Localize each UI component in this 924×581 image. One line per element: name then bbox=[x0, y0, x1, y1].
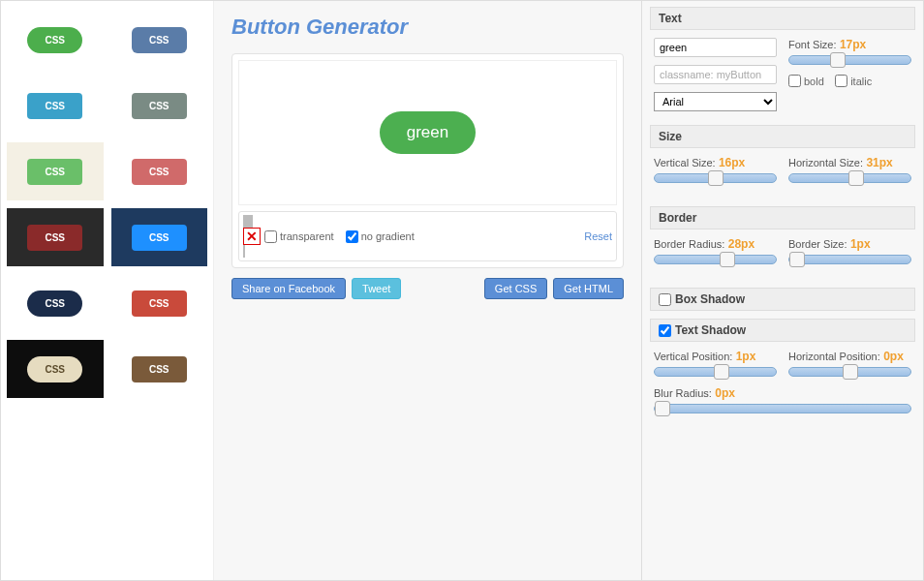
transparent-checkbox[interactable]: transparent bbox=[264, 230, 334, 243]
get-html-button[interactable]: Get HTML bbox=[553, 278, 624, 299]
color-swatch[interactable] bbox=[251, 215, 253, 229]
preset-tile[interactable]: CSS bbox=[7, 274, 104, 332]
center-panel: Button Generator green ✕ transparent no … bbox=[214, 1, 642, 580]
preset-sample-button: CSS bbox=[27, 159, 82, 185]
preset-tile[interactable]: CSS bbox=[7, 11, 104, 69]
no-gradient-label: no gradient bbox=[361, 230, 415, 242]
preset-sample-button: CSS bbox=[27, 290, 82, 317]
ts-horizontal-slider[interactable] bbox=[788, 367, 911, 377]
border-size-label: Border Size: bbox=[788, 238, 847, 250]
font-size-label: Font Size: bbox=[788, 39, 837, 50]
section-box-shadow-header[interactable]: Box Shadow bbox=[650, 288, 915, 311]
preset-sample-button: CSS bbox=[27, 27, 82, 53]
preset-sample-button: CSS bbox=[27, 356, 82, 382]
transparent-label: transparent bbox=[280, 230, 334, 242]
preset-tile[interactable]: CSS bbox=[111, 274, 208, 332]
preset-tile[interactable]: CSS bbox=[111, 11, 208, 69]
border-radius-label: Border Radius: bbox=[654, 238, 724, 250]
border-size-value: 1px bbox=[850, 237, 871, 251]
italic-checkbox[interactable]: italic bbox=[835, 75, 872, 87]
page-title: Button Generator bbox=[231, 15, 624, 40]
border-radius-slider[interactable] bbox=[654, 255, 777, 264]
font-size-value: 17px bbox=[840, 38, 866, 51]
ts-blur-slider[interactable] bbox=[654, 404, 911, 413]
box-shadow-checkbox[interactable] bbox=[659, 293, 671, 306]
preview-box: green ✕ transparent no gradient Reset bbox=[231, 53, 624, 268]
horizontal-size-slider[interactable] bbox=[788, 173, 911, 183]
preset-sample-button: CSS bbox=[27, 93, 82, 119]
app-root: CSSCSSCSSCSSCSSCSSCSSCSSCSSCSSCSSCSS But… bbox=[0, 0, 924, 581]
preset-tile[interactable]: CSS bbox=[111, 76, 208, 135]
preset-sample-button: CSS bbox=[132, 290, 187, 317]
preset-sample-button: CSS bbox=[132, 356, 187, 382]
font-size-slider[interactable] bbox=[788, 55, 911, 65]
preset-tile[interactable]: CSS bbox=[111, 142, 208, 200]
preset-sample-button: CSS bbox=[132, 225, 187, 251]
ts-horizontal-label: Horizontal Position: bbox=[788, 351, 880, 362]
section-text-shadow-header[interactable]: Text Shadow bbox=[650, 319, 915, 342]
get-css-button[interactable]: Get CSS bbox=[484, 278, 547, 299]
share-facebook-button[interactable]: Share on Facebook bbox=[231, 278, 346, 299]
tweet-button[interactable]: Tweet bbox=[352, 278, 401, 299]
ts-horizontal-value: 0px bbox=[883, 350, 904, 363]
horizontal-size-label: Horizontal Size: bbox=[788, 157, 863, 168]
ts-vertical-slider[interactable] bbox=[654, 367, 777, 377]
color-swatch[interactable] bbox=[243, 244, 245, 258]
vertical-size-label: Vertical Size: bbox=[654, 157, 716, 168]
classname-input[interactable] bbox=[654, 65, 777, 84]
preset-tile[interactable]: CSS bbox=[7, 208, 104, 266]
preset-tile[interactable]: CSS bbox=[111, 340, 208, 398]
section-border-header: Border bbox=[650, 206, 915, 229]
bold-checkbox[interactable]: bold bbox=[788, 75, 824, 87]
preset-sample-button: CSS bbox=[27, 225, 82, 251]
font-family-select[interactable]: Arial bbox=[654, 92, 777, 111]
preset-tile[interactable]: CSS bbox=[7, 142, 104, 200]
settings-panel: Text Arial Font Size: 17px bold italic bbox=[642, 1, 923, 580]
ts-vertical-label: Vertical Position: bbox=[654, 351, 732, 362]
reset-link[interactable]: Reset bbox=[584, 230, 612, 242]
section-text-header: Text bbox=[650, 7, 915, 30]
text-shadow-checkbox[interactable] bbox=[659, 324, 671, 337]
horizontal-size-value: 31px bbox=[866, 156, 892, 169]
button-text-input[interactable] bbox=[654, 38, 777, 57]
swatch-none-icon[interactable]: ✕ bbox=[243, 228, 261, 245]
preview-button[interactable]: green bbox=[380, 111, 476, 154]
preset-sidebar: CSSCSSCSSCSSCSSCSSCSSCSSCSSCSSCSSCSS bbox=[1, 1, 214, 580]
preset-sample-button: CSS bbox=[132, 27, 187, 53]
preset-sample-button: CSS bbox=[132, 93, 187, 119]
preset-tile[interactable]: CSS bbox=[7, 340, 104, 398]
section-size-header: Size bbox=[650, 125, 915, 148]
preset-sample-button: CSS bbox=[132, 159, 187, 185]
ts-vertical-value: 1px bbox=[736, 350, 756, 363]
preview-canvas: green bbox=[238, 60, 617, 205]
action-row: Share on Facebook Tweet Get CSS Get HTML bbox=[231, 278, 624, 299]
swatch-bar: ✕ transparent no gradient Reset bbox=[238, 211, 617, 261]
ts-blur-label: Blur Radius: bbox=[654, 387, 712, 399]
vertical-size-value: 16px bbox=[719, 156, 745, 169]
no-gradient-checkbox[interactable]: no gradient bbox=[346, 230, 415, 243]
border-radius-value: 28px bbox=[728, 237, 755, 251]
preset-tile[interactable]: CSS bbox=[111, 208, 208, 266]
preset-grid: CSSCSSCSSCSSCSSCSSCSSCSSCSSCSSCSSCSS bbox=[7, 11, 207, 398]
vertical-size-slider[interactable] bbox=[654, 173, 777, 183]
border-size-slider[interactable] bbox=[788, 255, 911, 264]
ts-blur-value: 0px bbox=[715, 386, 735, 400]
preset-tile[interactable]: CSS bbox=[7, 76, 104, 135]
